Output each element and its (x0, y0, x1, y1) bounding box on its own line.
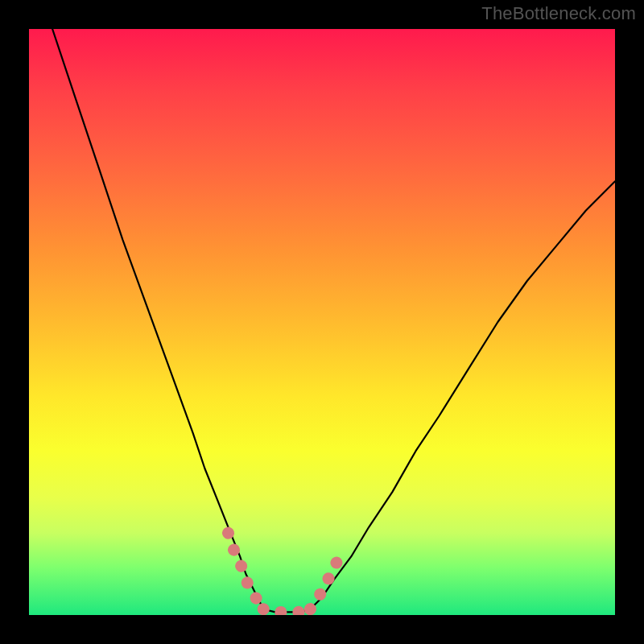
plot-area (29, 29, 615, 615)
chart-svg (29, 29, 615, 615)
curve-left-curve (52, 29, 263, 609)
chart-frame: TheBottleneck.com (0, 0, 644, 644)
highlight-right-highlight (310, 556, 339, 609)
curve-right-curve (310, 181, 615, 609)
watermark-text: TheBottleneck.com (481, 3, 636, 24)
